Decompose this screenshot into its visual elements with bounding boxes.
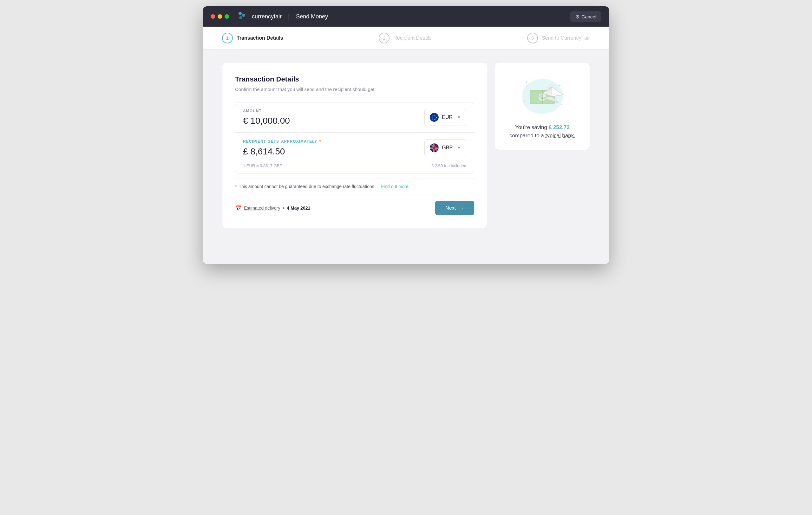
step-3-number: 3 [527, 33, 538, 43]
savings-card: $ You're saving £ 252.72 compared to a [495, 62, 590, 150]
svg-point-1 [242, 13, 245, 17]
svg-point-18 [561, 104, 562, 105]
gb-flag-svg [430, 143, 439, 152]
warning-text: This amount cannot be guaranteed due to … [238, 184, 408, 189]
saving-amount: £ 252.72 [549, 124, 570, 130]
logo-icon [237, 11, 248, 22]
step-3: 3 Send to CurrencyFair [527, 33, 590, 43]
transaction-card-subtitle: Confirm the amount that you will send an… [235, 87, 474, 92]
step-line-2 [439, 38, 520, 38]
brand-page-title: Send Money [296, 13, 328, 20]
gbp-dropdown-arrow: ▼ [457, 146, 461, 150]
cancel-label: Cancel [581, 14, 596, 19]
recipient-gets-text: RECIPIENT GETS [243, 139, 279, 144]
step-1-label: Transaction Details [237, 35, 283, 41]
transaction-card-title: Transaction Details [235, 75, 474, 83]
rocket-illustration: $ [517, 72, 568, 117]
recipient-approx-text: approximately [281, 139, 317, 144]
amount-row: AMOUNT € 10,000.00 [235, 102, 474, 132]
eur-flag-icon [430, 113, 439, 122]
app-window: currencyfair | Send Money ⊗ Cancel 1 Tra… [203, 6, 609, 264]
window-controls [211, 14, 229, 19]
saving-suffix: compared to a [510, 132, 544, 139]
delivery-info: 📅 Estimated delivery • 4 May 2021 [235, 205, 310, 211]
recipient-label: RECIPIENT GETS approximately * [243, 139, 321, 144]
svg-point-3 [430, 113, 439, 122]
amount-value: € 10,000.00 [243, 116, 290, 126]
gbp-currency-code: GBP [442, 145, 453, 151]
delivery-bullet: • [283, 206, 284, 211]
delivery-date: 4 May 2021 [287, 206, 310, 211]
step-2: 2 Recipient Details [379, 33, 431, 43]
svg-point-17 [525, 101, 526, 102]
next-label: Next [445, 205, 456, 211]
saving-prefix: You're saving [515, 124, 547, 130]
step-1: 1 Transaction Details [222, 33, 283, 43]
recipient-row: RECIPIENT GETS approximately * £ 8,614.5… [235, 132, 474, 163]
warning-asterisk: * [235, 184, 237, 189]
gbp-currency-selector[interactable]: GBP ▼ [425, 139, 466, 156]
brand-name: currencyfair [252, 13, 282, 20]
step-line-1 [291, 38, 371, 38]
svg-point-0 [238, 12, 242, 15]
svg-point-16 [559, 85, 560, 86]
step-1-number: 1 [222, 33, 233, 43]
titlebar: currencyfair | Send Money ⊗ Cancel [203, 6, 609, 27]
main-content: Transaction Details Confirm the amount t… [203, 50, 609, 241]
svg-point-19 [532, 79, 533, 80]
steps-container: 1 Transaction Details 2 Recipient Detail… [222, 33, 590, 43]
brand: currencyfair | Send Money [237, 11, 328, 22]
gbp-flag-icon [430, 143, 439, 152]
transaction-card: Transaction Details Confirm the amount t… [222, 62, 487, 228]
recipient-asterisk: * [319, 139, 321, 144]
eur-currency-code: EUR [442, 115, 453, 120]
cancel-button[interactable]: ⊗ Cancel [570, 11, 601, 22]
delivery-row: 📅 Estimated delivery • 4 May 2021 Next → [235, 194, 474, 215]
eur-dropdown-arrow: ▼ [457, 115, 461, 120]
recipient-left: RECIPIENT GETS approximately * £ 8,614.5… [243, 139, 321, 157]
fee-label: £ 2.50 fee included [431, 163, 466, 168]
eur-currency-selector[interactable]: EUR ▼ [425, 109, 466, 126]
amount-left: AMOUNT € 10,000.00 [243, 109, 290, 126]
find-out-more-link[interactable]: Find out more [381, 184, 409, 189]
exchange-rate: 1 EUR = 0.8617 GBP [243, 163, 282, 168]
warning-row: * This amount cannot be guaranteed due t… [235, 179, 474, 194]
dot-red[interactable] [211, 14, 215, 19]
steps-bar: 1 Transaction Details 2 Recipient Detail… [203, 27, 609, 50]
rate-info: 1 EUR = 0.8617 GBP £ 2.50 fee included [235, 163, 474, 173]
svg-point-15 [526, 82, 527, 83]
amount-section: AMOUNT € 10,000.00 [235, 102, 474, 174]
dot-yellow[interactable] [218, 14, 222, 19]
eu-flag-svg [430, 113, 439, 122]
calendar-icon: 📅 [235, 205, 241, 211]
next-arrow-icon: → [459, 205, 464, 211]
step-3-label: Send to CurrencyFair [542, 35, 590, 41]
svg-point-2 [239, 16, 242, 19]
estimated-delivery-label: Estimated delivery [244, 206, 280, 211]
recipient-value: £ 8,614.50 [243, 147, 321, 157]
amount-label: AMOUNT [243, 109, 290, 113]
next-button[interactable]: Next → [435, 201, 474, 215]
step-2-label: Recipient Details [393, 35, 431, 41]
dot-green[interactable] [225, 14, 229, 19]
typical-bank-label: typical bank. [545, 132, 575, 139]
savings-text: You're saving £ 252.72 compared to a typ… [510, 123, 575, 140]
brand-divider: | [288, 13, 290, 20]
step-2-number: 2 [379, 33, 389, 43]
cancel-x-icon: ⊗ [575, 13, 580, 20]
